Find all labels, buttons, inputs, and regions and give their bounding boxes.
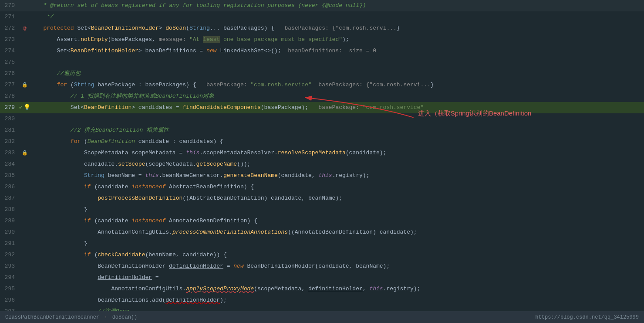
gutter-279: ✔ 💡 — [18, 102, 31, 113]
code-293: BeanDefinitionHolder definitionHolder = … — [31, 261, 644, 272]
line-num-295: 295 — [0, 283, 18, 295]
code-292: if (checkCandidate(beanName, candidate))… — [31, 249, 644, 261]
code-line-273: 273 Assert.notEmpty(basePackages, messag… — [0, 34, 644, 45]
code-line-288: 288 } — [0, 204, 644, 215]
code-276: //遍历包 — [31, 68, 644, 79]
code-line-270: 270 * @return set of beans registered if… — [0, 0, 644, 11]
code-line-290: 290 AnnotationConfigUtils.processCommonD… — [0, 227, 644, 238]
status-url: https://blog.csdn.net/qq_34125999 — [535, 314, 639, 320]
line-num-293: 293 — [0, 261, 18, 272]
status-breadcrumb: ClassPathBeanDefinitionScanner › doScan(… — [5, 314, 137, 320]
code-line-275: 275 — [0, 57, 644, 68]
code-line-287: 287 postProcessBeanDefinition((AbstractB… — [0, 193, 644, 204]
line-num-284: 284 — [0, 159, 18, 170]
line-num-277: 277 — [0, 79, 18, 91]
code-line-289: 289 if (candidate instanceof AnnotatedBe… — [0, 215, 644, 227]
breadcrumb-separator: › — [104, 314, 107, 320]
code-line-271: 271 */ — [0, 11, 644, 23]
code-272: protected Set<BeanDefinitionHolder> doSc… — [31, 23, 644, 34]
line-num-294: 294 — [0, 272, 18, 283]
code-line-272: 272 @ protected Set<BeanDefinitionHolder… — [0, 23, 644, 34]
code-line-282: 282 for (BeanDefinition candidate : cand… — [0, 136, 644, 147]
line-num-290: 290 — [0, 227, 18, 238]
code-line-296: 296 beanDefinitions.add(definitionHolder… — [0, 295, 644, 306]
code-283: ScopeMetadata scopeMetadata = this.scope… — [31, 147, 644, 159]
code-270: * @return set of beans registered if any… — [31, 0, 644, 11]
breadcrumb-method: doScan() — [112, 314, 138, 320]
gutter-272: @ — [18, 23, 31, 34]
line-num-279: 279 — [0, 102, 18, 113]
line-num-286: 286 — [0, 181, 18, 193]
code-line-278: 278 // 1 扫描到有注解的类并封装成BeanDefinition对象 — [0, 91, 644, 102]
code-296: beanDefinitions.add(definitionHolder); — [31, 295, 644, 306]
code-288: } — [31, 204, 644, 215]
gutter-283: 🔒 — [18, 147, 31, 159]
code-280 — [31, 113, 644, 125]
line-num-278: 278 — [0, 91, 18, 102]
code-line-286: 286 if (candidate instanceof AbstractBea… — [0, 181, 644, 193]
line-num-289: 289 — [0, 215, 18, 227]
code-line-292: 292 if (checkCandidate(beanName, candida… — [0, 249, 644, 261]
code-291: } — [31, 238, 644, 249]
code-278: // 1 扫描到有注解的类并封装成BeanDefinition对象 — [31, 91, 644, 102]
code-275 — [31, 57, 644, 68]
line-num-280: 280 — [0, 113, 18, 125]
code-line-291: 291 } — [0, 238, 644, 249]
code-line-284: 284 candidate.setScope(scopeMetadata.get… — [0, 159, 644, 170]
line-num-292: 292 — [0, 249, 18, 261]
line-num-270: 270 — [0, 0, 18, 11]
line-num-296: 296 — [0, 295, 18, 306]
code-289: if (candidate instanceof AnnotatedBeanDe… — [31, 215, 644, 227]
line-num-287: 287 — [0, 193, 18, 204]
code-295: AnnotationConfigUtils.applyScopedProxyMo… — [31, 283, 644, 295]
code-line-276: 276 //遍历包 — [0, 68, 644, 79]
code-279: Set<BeanDefinition> candidates = findCan… — [31, 102, 644, 113]
code-287: postProcessBeanDefinition((AbstractBeanD… — [31, 193, 644, 204]
code-line-295: 295 AnnotationConfigUtils.applyScopedPro… — [0, 283, 644, 295]
code-line-285: 285 String beanName = this.beanNameGener… — [0, 170, 644, 181]
line-num-282: 282 — [0, 136, 18, 147]
editor-container: 270 * @return set of beans registered if… — [0, 0, 644, 323]
code-282: for (BeanDefinition candidate : candidat… — [31, 136, 644, 147]
code-297: //注册Bean — [31, 306, 644, 311]
bulb-icon: 💡 — [24, 102, 30, 113]
code-285: String beanName = this.beanNameGenerator… — [31, 170, 644, 181]
code-294: definitionHolder = — [31, 272, 644, 283]
code-line-294: 294 definitionHolder = — [0, 272, 644, 283]
code-284: candidate.setScope(scopeMetadata.getScop… — [31, 159, 644, 170]
gutter-277: 🔒 — [18, 79, 31, 91]
code-line-280: 280 — [0, 113, 644, 125]
code-277: for (String basePackage : basePackages) … — [31, 79, 644, 91]
line-num-297: 297 — [0, 306, 18, 311]
code-286: if (candidate instanceof AbstractBeanDef… — [31, 181, 644, 193]
line-num-276: 276 — [0, 68, 18, 79]
code-281: //2 填充BeanDefinition 相关属性 — [31, 125, 644, 136]
line-num-272: 272 — [0, 23, 18, 34]
code-line-274: 274 Set<BeanDefinitionHolder> beanDefini… — [0, 45, 644, 57]
line-num-285: 285 — [0, 170, 18, 181]
checkmark-icon: ✔ — [19, 102, 23, 113]
code-area: 270 * @return set of beans registered if… — [0, 0, 644, 311]
line-num-271: 271 — [0, 11, 18, 23]
code-line-283: 283 🔒 ScopeMetadata scopeMetadata = this… — [0, 147, 644, 159]
code-lines: 270 * @return set of beans registered if… — [0, 0, 644, 311]
code-290: AnnotationConfigUtils.processCommonDefin… — [31, 227, 644, 238]
breadcrumb-class: ClassPathBeanDefinitionScanner — [5, 314, 99, 320]
code-line-297: 297 //注册Bean — [0, 306, 644, 311]
line-num-281: 281 — [0, 125, 18, 136]
code-271: */ — [31, 11, 644, 23]
line-num-288: 288 — [0, 204, 18, 215]
line-num-275: 275 — [0, 57, 18, 68]
code-line-281: 281 //2 填充BeanDefinition 相关属性 — [0, 125, 644, 136]
line-num-273: 273 — [0, 34, 18, 45]
code-274: Set<BeanDefinitionHolder> beanDefinition… — [31, 45, 644, 57]
line-num-291: 291 — [0, 238, 18, 249]
code-273: Assert.notEmpty(basePackages, message: "… — [31, 34, 644, 45]
status-bar: ClassPathBeanDefinitionScanner › doScan(… — [0, 311, 644, 323]
line-num-283: 283 — [0, 147, 18, 159]
code-line-279: 279 ✔ 💡 Set<BeanDefinition> candidates =… — [0, 102, 644, 113]
line-num-274: 274 — [0, 45, 18, 57]
code-line-293: 293 BeanDefinitionHolder definitionHolde… — [0, 261, 644, 272]
code-line-277: 277 🔒 for (String basePackage : basePack… — [0, 79, 644, 91]
